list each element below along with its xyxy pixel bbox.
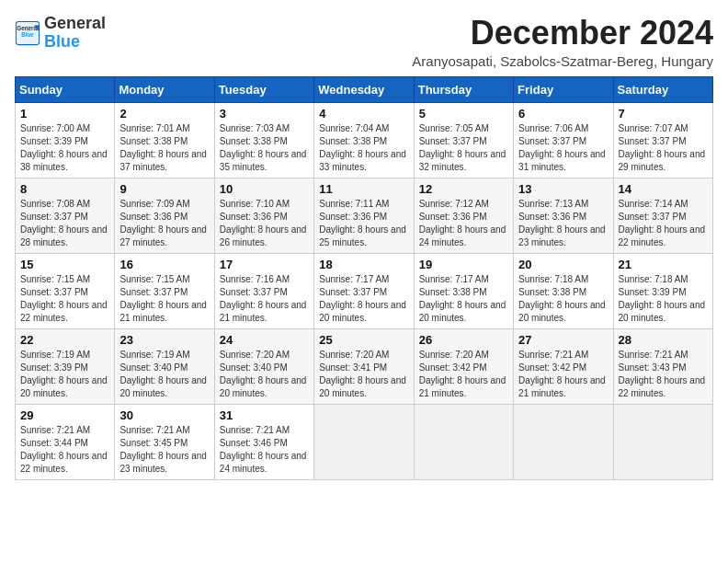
day-number: 15 — [20, 258, 109, 271]
day-number: 21 — [619, 258, 708, 271]
calendar-table: SundayMondayTuesdayWednesdayThursdayFrid… — [15, 76, 713, 480]
calendar-cell: 26 Sunrise: 7:20 AMSunset: 3:42 PMDaylig… — [414, 328, 513, 404]
calendar-cell: 16 Sunrise: 7:15 AMSunset: 3:37 PMDaylig… — [115, 253, 214, 328]
day-number: 3 — [220, 107, 309, 121]
calendar-cell: 30 Sunrise: 7:21 AMSunset: 3:45 PMDaylig… — [115, 404, 214, 479]
day-info: Sunrise: 7:07 AMSunset: 3:37 PMDaylight:… — [619, 122, 708, 174]
month-title: December 2024 — [412, 15, 713, 52]
day-info: Sunrise: 7:21 AMSunset: 3:44 PMDaylight:… — [20, 424, 109, 476]
day-number: 23 — [119, 333, 209, 347]
day-info: Sunrise: 7:19 AMSunset: 3:40 PMDaylight:… — [119, 349, 209, 400]
calendar-cell: 3 Sunrise: 7:03 AMSunset: 3:38 PMDayligh… — [214, 102, 313, 178]
day-number: 27 — [518, 333, 608, 347]
day-number: 20 — [518, 258, 608, 271]
calendar-cell: 4 Sunrise: 7:04 AMSunset: 3:38 PMDayligh… — [314, 102, 414, 178]
day-info: Sunrise: 7:20 AMSunset: 3:40 PMDaylight:… — [220, 349, 309, 400]
day-info: Sunrise: 7:21 AMSunset: 3:42 PMDaylight:… — [518, 349, 608, 400]
day-number: 5 — [419, 107, 508, 121]
day-number: 4 — [319, 107, 408, 121]
day-info: Sunrise: 7:15 AMSunset: 3:37 PMDaylight:… — [119, 273, 209, 325]
calendar-cell: 7 Sunrise: 7:07 AMSunset: 3:37 PMDayligh… — [613, 102, 712, 178]
weekday-header-thursday: Thursday — [414, 76, 513, 102]
logo: General Blue General Blue — [15, 15, 106, 52]
day-info: Sunrise: 7:18 AMSunset: 3:39 PMDaylight:… — [619, 273, 708, 325]
calendar-cell: 10 Sunrise: 7:10 AMSunset: 3:36 PMDaylig… — [214, 178, 313, 253]
calendar-cell — [414, 404, 513, 479]
calendar-cell: 21 Sunrise: 7:18 AMSunset: 3:39 PMDaylig… — [613, 253, 712, 328]
calendar-cell: 24 Sunrise: 7:20 AMSunset: 3:40 PMDaylig… — [214, 328, 313, 404]
weekday-header-row: SundayMondayTuesdayWednesdayThursdayFrid… — [16, 76, 713, 102]
calendar-week-row: 15 Sunrise: 7:15 AMSunset: 3:37 PMDaylig… — [16, 253, 713, 328]
day-info: Sunrise: 7:20 AMSunset: 3:41 PMDaylight:… — [319, 349, 408, 400]
day-number: 24 — [220, 333, 309, 347]
day-number: 22 — [20, 333, 109, 347]
calendar-cell: 2 Sunrise: 7:01 AMSunset: 3:38 PMDayligh… — [115, 102, 214, 178]
day-info: Sunrise: 7:00 AMSunset: 3:39 PMDaylight:… — [20, 122, 109, 174]
page-header: General Blue General Blue December 2024 … — [15, 15, 713, 69]
calendar-cell: 19 Sunrise: 7:17 AMSunset: 3:38 PMDaylig… — [414, 253, 513, 328]
calendar-week-row: 1 Sunrise: 7:00 AMSunset: 3:39 PMDayligh… — [16, 102, 713, 178]
logo-general-text: General — [44, 14, 106, 32]
calendar-cell: 6 Sunrise: 7:06 AMSunset: 3:37 PMDayligh… — [514, 102, 613, 178]
day-info: Sunrise: 7:17 AMSunset: 3:38 PMDaylight:… — [419, 273, 508, 325]
day-info: Sunrise: 7:05 AMSunset: 3:37 PMDaylight:… — [419, 122, 508, 174]
calendar-cell: 1 Sunrise: 7:00 AMSunset: 3:39 PMDayligh… — [16, 102, 115, 178]
calendar-cell: 27 Sunrise: 7:21 AMSunset: 3:42 PMDaylig… — [514, 328, 613, 404]
weekday-header-friday: Friday — [514, 76, 613, 102]
day-info: Sunrise: 7:21 AMSunset: 3:45 PMDaylight:… — [119, 424, 209, 476]
day-number: 1 — [20, 107, 109, 121]
day-info: Sunrise: 7:06 AMSunset: 3:37 PMDaylight:… — [518, 122, 608, 174]
day-number: 2 — [119, 107, 209, 121]
logo-blue-text: Blue — [44, 32, 80, 51]
title-block: December 2024 Aranyosapati, Szabolcs-Sza… — [412, 15, 713, 69]
day-info: Sunrise: 7:19 AMSunset: 3:39 PMDaylight:… — [20, 349, 109, 400]
day-number: 9 — [119, 182, 209, 196]
day-number: 16 — [119, 258, 209, 271]
svg-text:General: General — [17, 24, 39, 30]
calendar-cell — [514, 404, 613, 479]
day-number: 7 — [619, 107, 708, 121]
calendar-cell: 31 Sunrise: 7:21 AMSunset: 3:46 PMDaylig… — [214, 404, 313, 479]
day-info: Sunrise: 7:13 AMSunset: 3:36 PMDaylight:… — [518, 198, 608, 249]
day-info: Sunrise: 7:03 AMSunset: 3:38 PMDaylight:… — [220, 122, 309, 174]
day-info: Sunrise: 7:12 AMSunset: 3:36 PMDaylight:… — [419, 198, 508, 249]
day-number: 17 — [220, 258, 309, 271]
day-info: Sunrise: 7:20 AMSunset: 3:42 PMDaylight:… — [419, 349, 508, 400]
calendar-cell: 13 Sunrise: 7:13 AMSunset: 3:36 PMDaylig… — [514, 178, 613, 253]
calendar-cell: 18 Sunrise: 7:17 AMSunset: 3:37 PMDaylig… — [314, 253, 414, 328]
calendar-cell: 12 Sunrise: 7:12 AMSunset: 3:36 PMDaylig… — [414, 178, 513, 253]
calendar-cell: 25 Sunrise: 7:20 AMSunset: 3:41 PMDaylig… — [314, 328, 414, 404]
day-info: Sunrise: 7:18 AMSunset: 3:38 PMDaylight:… — [518, 273, 608, 325]
day-number: 14 — [619, 182, 708, 196]
calendar-cell: 28 Sunrise: 7:21 AMSunset: 3:43 PMDaylig… — [613, 328, 712, 404]
day-info: Sunrise: 7:04 AMSunset: 3:38 PMDaylight:… — [319, 122, 408, 174]
day-info: Sunrise: 7:08 AMSunset: 3:37 PMDaylight:… — [20, 198, 109, 249]
day-info: Sunrise: 7:14 AMSunset: 3:37 PMDaylight:… — [619, 198, 708, 249]
day-number: 28 — [619, 333, 708, 347]
day-info: Sunrise: 7:17 AMSunset: 3:37 PMDaylight:… — [319, 273, 408, 325]
calendar-cell: 17 Sunrise: 7:16 AMSunset: 3:37 PMDaylig… — [214, 253, 313, 328]
weekday-header-wednesday: Wednesday — [314, 76, 414, 102]
day-info: Sunrise: 7:01 AMSunset: 3:38 PMDaylight:… — [119, 122, 209, 174]
day-number: 19 — [419, 258, 508, 271]
svg-text:Blue: Blue — [21, 31, 34, 38]
day-number: 11 — [319, 182, 408, 196]
day-info: Sunrise: 7:16 AMSunset: 3:37 PMDaylight:… — [220, 273, 309, 325]
day-number: 25 — [319, 333, 408, 347]
weekday-header-tuesday: Tuesday — [214, 76, 313, 102]
day-number: 10 — [220, 182, 309, 196]
calendar-cell: 15 Sunrise: 7:15 AMSunset: 3:37 PMDaylig… — [16, 253, 115, 328]
day-info: Sunrise: 7:09 AMSunset: 3:36 PMDaylight:… — [119, 198, 209, 249]
location-subtitle: Aranyosapati, Szabolcs-Szatmar-Bereg, Hu… — [412, 53, 713, 69]
day-info: Sunrise: 7:15 AMSunset: 3:37 PMDaylight:… — [20, 273, 109, 325]
day-info: Sunrise: 7:11 AMSunset: 3:36 PMDaylight:… — [319, 198, 408, 249]
day-info: Sunrise: 7:10 AMSunset: 3:36 PMDaylight:… — [220, 198, 309, 249]
calendar-week-row: 22 Sunrise: 7:19 AMSunset: 3:39 PMDaylig… — [16, 328, 713, 404]
calendar-cell: 22 Sunrise: 7:19 AMSunset: 3:39 PMDaylig… — [16, 328, 115, 404]
calendar-cell: 9 Sunrise: 7:09 AMSunset: 3:36 PMDayligh… — [115, 178, 214, 253]
day-number: 31 — [220, 408, 309, 422]
day-info: Sunrise: 7:21 AMSunset: 3:46 PMDaylight:… — [220, 424, 309, 476]
day-number: 13 — [518, 182, 608, 196]
calendar-cell: 5 Sunrise: 7:05 AMSunset: 3:37 PMDayligh… — [414, 102, 513, 178]
calendar-cell: 29 Sunrise: 7:21 AMSunset: 3:44 PMDaylig… — [16, 404, 115, 479]
